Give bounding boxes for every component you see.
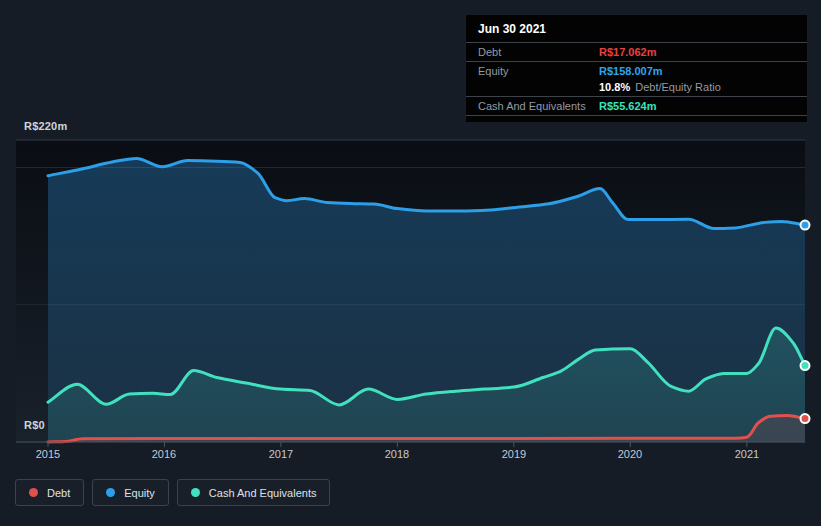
legend-equity-label: Equity [124,487,155,499]
legend-item-equity[interactable]: Equity [92,479,169,506]
x-axis-label-2015: 2015 [24,448,72,460]
tooltip-row-ratio: 10.8%Debt/Equity Ratio [466,80,807,96]
tooltip-cash-label: Cash And Equivalents [478,100,599,112]
tooltip-cash-value: R$55.624m [599,100,657,112]
tooltip-row-debt: Debt R$17.062m [466,42,807,61]
tooltip-date: Jun 30 2021 [466,15,807,42]
x-axis-label-2019: 2019 [490,448,538,460]
legend-debt-label: Debt [47,487,70,499]
debt-endpoint-dot[interactable] [801,414,810,423]
x-axis-label-2021: 2021 [723,448,771,460]
tooltip-row-equity: Equity R$158.007m [466,61,807,80]
equity-color-dot [106,488,115,497]
y-axis-label-zero: R$0 [24,419,45,431]
x-axis-label-2016: 2016 [140,448,188,460]
chart-legend: Debt Equity Cash And Equivalents [15,479,330,506]
legend-item-cash[interactable]: Cash And Equivalents [177,479,331,506]
cash-color-dot [191,488,200,497]
debt-equity-chart: R$220m R$0 2015201620172018201920202021 … [0,0,821,526]
tooltip-equity-value: R$158.007m [599,65,663,77]
tooltip-ratio-value: 10.8% [599,81,630,93]
cash-and-equivalents-endpoint-dot[interactable] [801,361,810,370]
x-axis-label-2020: 2020 [606,448,654,460]
tooltip-equity-label: Equity [478,65,599,77]
tooltip-row-cash: Cash And Equivalents R$55.624m [466,96,807,116]
x-axis-label-2017: 2017 [257,448,305,460]
tooltip-debt-label: Debt [478,46,599,58]
legend-item-debt[interactable]: Debt [15,479,84,506]
tooltip-debt-value: R$17.062m [599,46,657,58]
tooltip-ratio-label: Debt/Equity Ratio [635,81,721,93]
y-axis-label-max: R$220m [24,120,67,132]
x-axis-label-2018: 2018 [373,448,421,460]
chart-tooltip: Jun 30 2021 Debt R$17.062m Equity R$158.… [465,14,808,123]
legend-cash-label: Cash And Equivalents [209,487,317,499]
debt-color-dot [29,488,38,497]
equity-endpoint-dot[interactable] [801,221,810,230]
